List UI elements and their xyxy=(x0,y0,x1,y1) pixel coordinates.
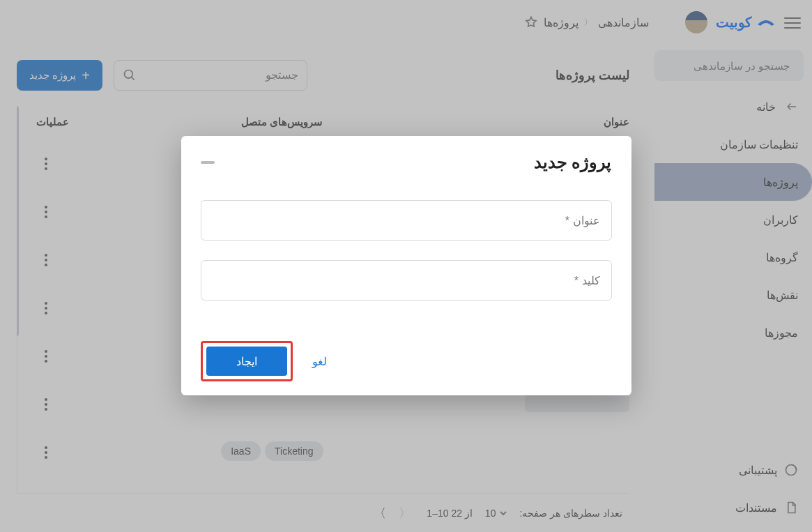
create-button[interactable]: ایجاد xyxy=(206,347,287,376)
title-field[interactable]: عنوان * xyxy=(201,200,612,241)
dialog-title: پروژه جدید xyxy=(215,153,612,172)
minimize-icon[interactable] xyxy=(201,161,215,164)
new-project-dialog: پروژه جدید عنوان * کلید * لغو ایجاد xyxy=(181,136,631,395)
title-field-label: عنوان * xyxy=(565,214,600,227)
highlight-annotation: ایجاد xyxy=(201,341,293,381)
key-field[interactable]: کلید * xyxy=(201,260,612,301)
key-field-label: کلید * xyxy=(574,274,600,287)
cancel-button[interactable]: لغو xyxy=(302,341,337,381)
modal-overlay[interactable]: پروژه جدید عنوان * کلید * لغو ایجاد xyxy=(0,0,812,532)
